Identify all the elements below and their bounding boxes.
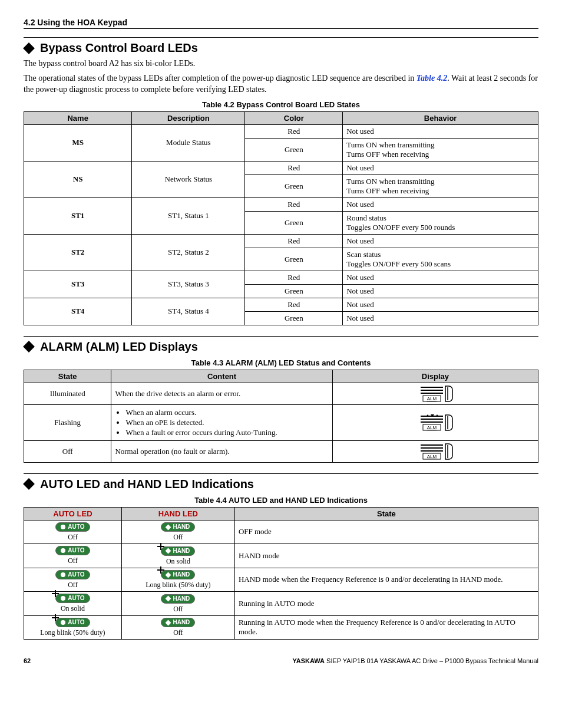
led-label: AUTO xyxy=(68,524,84,530)
list-item: When a fault or error occurs during Auto… xyxy=(125,428,328,437)
led-state-text: Off xyxy=(28,581,118,589)
led-state-text: Long blink (50% duty) xyxy=(28,628,118,637)
table-cell: Flashing xyxy=(24,404,111,440)
section-auto-hand-led: AUTO LED and HAND LED Indications Table … xyxy=(24,473,538,640)
table-cell: AUTOOn solid xyxy=(24,592,122,616)
table-cell: ST1 xyxy=(24,197,132,234)
table-row: AUTOOffHANDOn solidHAND mode xyxy=(24,544,538,568)
auto-led-cell: AUTOOff xyxy=(28,522,118,542)
table-cell: When an alarm occurs.When an oPE is dete… xyxy=(111,404,332,440)
led-label: AUTO xyxy=(68,548,84,554)
diamond-small-icon xyxy=(166,524,171,530)
table-caption: Table 4.4 AUTO LED and HAND LED Indicati… xyxy=(24,496,538,505)
table-link[interactable]: Table 4.2 xyxy=(416,74,447,83)
svg-text:ALM: ALM xyxy=(427,396,437,401)
led-label: AUTO xyxy=(68,595,84,601)
hand-led-badge-icon: HAND xyxy=(161,546,195,556)
section-title: ALARM (ALM) LED Displays xyxy=(24,340,538,354)
table-cell: HANDOff xyxy=(121,520,234,544)
auto-led-cell: AUTOLong blink (50% duty) xyxy=(28,618,118,637)
table-cell: ST4, Status 4 xyxy=(132,298,245,325)
column-header: Name xyxy=(24,111,132,124)
table-row: ST3ST3, Status 3RedNot used xyxy=(24,271,538,284)
section-rule xyxy=(24,473,538,474)
table-cell: HANDLong blink (50% duty) xyxy=(121,568,234,592)
paragraph: The bypass control board A2 has six bi-c… xyxy=(24,58,538,70)
table-cell: Running in AUTO mode xyxy=(234,592,538,616)
spark-icon xyxy=(52,614,59,621)
table-cell: Red xyxy=(245,234,343,248)
led-state-text: Off xyxy=(28,533,118,542)
table-cell: Turns ON when transmittingTurns OFF when… xyxy=(343,174,538,197)
table-row: AUTOOffHANDLong blink (50% duty)HAND mod… xyxy=(24,568,538,592)
diamond-small-icon xyxy=(166,620,171,625)
hand-led-badge-icon: HAND xyxy=(161,570,195,579)
table-cell: Red xyxy=(245,161,343,174)
diamond-small-icon xyxy=(166,572,171,578)
section-title-text: Bypass Control Board LEDs xyxy=(40,41,198,55)
recirculate-icon xyxy=(61,572,65,577)
page-footer: 62 YASKAWA SIEP YAIP1B 01A YASKAWA AC Dr… xyxy=(24,657,538,664)
table-cell: ST4 xyxy=(24,298,132,325)
table-cell: Network Status xyxy=(132,161,245,197)
page-number: 62 xyxy=(24,657,31,664)
hand-led-cell: HANDOff xyxy=(125,522,231,542)
list-item: When an alarm occurs. xyxy=(125,408,328,417)
table-cell: Green xyxy=(245,138,343,161)
section-title-text: ALARM (ALM) LED Displays xyxy=(40,340,198,354)
table-cell: ST2, Status 2 xyxy=(132,234,245,271)
hand-led-cell: HANDOn solid xyxy=(125,546,231,566)
table-row: ST2ST2, Status 2RedNot used xyxy=(24,234,538,248)
led-label: HAND xyxy=(173,596,190,602)
table-cell: MS xyxy=(24,124,132,161)
table-cell: AUTOLong blink (50% duty) xyxy=(24,615,122,640)
led-state-text: Off xyxy=(28,556,118,565)
auto-led-badge-icon: AUTO xyxy=(55,522,90,532)
table-cell: OFF mode xyxy=(234,520,538,544)
table-cell: Green xyxy=(245,174,343,197)
led-label: HAND xyxy=(173,548,190,554)
hand-led-badge-icon: HAND xyxy=(161,594,195,604)
diamond-icon xyxy=(23,341,35,353)
led-state-text: On solid xyxy=(28,604,118,613)
table-cell: HANDOff xyxy=(121,592,234,616)
hand-led-badge-icon: HAND xyxy=(161,618,195,627)
paragraph: The operational states of the bypass LED… xyxy=(24,73,538,95)
led-label: AUTO xyxy=(68,620,84,625)
spark-icon xyxy=(52,590,59,597)
table-caption: Table 4.2 Bypass Control Board LED State… xyxy=(24,100,538,109)
table-cell: When the drive detects an alarm or error… xyxy=(111,383,332,404)
recirculate-icon xyxy=(61,620,65,625)
table-cell: NS xyxy=(24,161,132,197)
table-cell: Scan statusToggles ON/OFF every 500 scan… xyxy=(343,248,538,271)
table-cell: AUTOOff xyxy=(24,520,122,544)
svg-text:ALM: ALM xyxy=(427,454,437,459)
section-rule xyxy=(24,37,538,38)
table-cell: HAND mode xyxy=(234,544,538,568)
column-header: AUTO LED xyxy=(24,507,122,520)
list-item: When an oPE is detected. xyxy=(125,418,328,427)
page-header: 4.2 Using the HOA Keypad xyxy=(24,18,538,29)
table-row: NSNetwork StatusRedNot used xyxy=(24,161,538,174)
bullet-list: When an alarm occurs.When an oPE is dete… xyxy=(115,408,328,437)
table-cell: Not used xyxy=(343,197,538,211)
led-state-text: Off xyxy=(125,533,231,542)
table-row: ST1ST1, Status 1RedNot used xyxy=(24,197,538,211)
column-header: Description xyxy=(132,111,245,124)
table-row: MSModule StatusRedNot used xyxy=(24,124,538,138)
table-row: IlluminatedWhen the drive detects an ala… xyxy=(24,383,538,404)
section-bypass-leds: Bypass Control Board LEDs The bypass con… xyxy=(24,37,538,325)
paragraph-text: The operational states of the bypass LED… xyxy=(24,74,416,83)
table-cell: Red xyxy=(245,298,343,311)
alm-display-icon: ALM xyxy=(415,414,456,431)
section-title-text: AUTO LED and HAND LED Indications xyxy=(40,477,254,491)
table-cell: ALM xyxy=(332,440,538,462)
spark-icon xyxy=(157,566,164,574)
hand-led-badge-icon: HAND xyxy=(161,522,195,532)
auto-led-badge-icon: AUTO xyxy=(55,618,90,627)
footer-text: YASKAWA SIEP YAIP1B 01A YASKAWA AC Drive… xyxy=(292,657,538,664)
table-cell: Off xyxy=(24,440,111,462)
table-cell: HANDOn solid xyxy=(121,544,234,568)
alm-display-icon: ALM xyxy=(415,443,456,460)
section-rule xyxy=(24,336,538,337)
